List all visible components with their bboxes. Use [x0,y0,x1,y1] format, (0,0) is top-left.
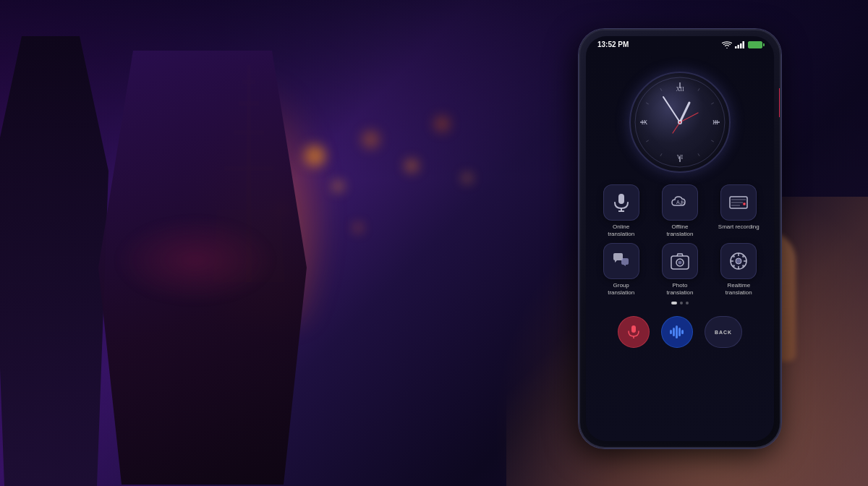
offline-translation-label: Offline translation [658,223,702,237]
svg-rect-56 [673,328,675,336]
bottom-navigation-bar: BACK [586,310,774,354]
svg-rect-0 [735,46,737,48]
wave-button[interactable] [661,316,693,348]
svg-point-51 [733,265,735,267]
cloud-translate-svg: Aあ [670,192,690,213]
back-button[interactable]: BACK [705,316,742,348]
film-svg [728,251,749,271]
pagination-dots [586,302,774,304]
app-smart-recording[interactable]: Smart recording [712,184,765,237]
app-group-translation[interactable]: Group translation [595,243,647,296]
svg-rect-3 [743,41,745,48]
svg-line-16 [711,140,713,142]
smart-recording-label: Smart recording [718,223,760,231]
svg-line-19 [660,153,662,155]
mic-button[interactable] [618,316,650,348]
svg-rect-55 [670,330,672,334]
wifi-icon [722,41,732,48]
svg-line-17 [698,153,699,155]
back-label: BACK [715,330,732,335]
svg-line-23 [660,88,662,90]
camera-svg [670,251,690,271]
photo-translation-icon[interactable] [662,243,698,279]
group-translation-icon[interactable] [603,243,639,279]
svg-rect-30 [618,194,624,204]
power-button[interactable] [779,88,781,117]
svg-text:XII: XII [676,86,684,93]
phone-container: 13:52 PM [579,29,781,448]
mic-icon [626,325,641,339]
svg-text:III: III [712,119,718,126]
phone-screen: 13:52 PM [586,36,774,441]
status-icons [722,41,762,48]
dot-2 [680,302,683,304]
wave-icon [669,325,685,339]
app-grid: Online translation Aあ Offline translatio… [586,184,774,296]
realtime-translation-icon[interactable] [720,243,757,279]
svg-rect-2 [740,43,742,48]
app-offline-translation[interactable]: Aあ Offline translation [653,184,706,237]
smart-recording-icon[interactable] [720,184,757,221]
online-translation-icon[interactable] [603,184,639,221]
status-bar: 13:52 PM [586,36,774,51]
svg-rect-58 [678,328,681,336]
svg-point-29 [679,122,681,124]
realtime-translation-label: Realtime translation [717,282,760,296]
group-svg [611,251,631,271]
photo-translation-label: Photo translation [658,282,702,296]
svg-line-22 [646,103,648,104]
phone-body: 13:52 PM [579,29,781,448]
signal-icon [735,41,745,48]
svg-line-13 [698,88,699,90]
battery-icon [748,41,762,48]
svg-point-42 [678,261,681,265]
dot-3 [686,302,689,304]
svg-point-39 [744,203,745,205]
dot-1 [671,302,677,304]
app-online-translation[interactable]: Online translation [595,184,647,237]
svg-rect-59 [681,330,684,334]
svg-point-52 [742,265,744,267]
svg-text:IX: IX [642,119,648,126]
svg-line-14 [711,103,713,104]
recording-svg [728,192,749,213]
online-translation-label: Online translation [600,223,643,237]
svg-rect-53 [631,325,636,333]
svg-rect-57 [676,325,678,338]
svg-text:Aあ: Aあ [676,200,685,205]
clock-widget: XII III VI IX [629,72,731,173]
svg-point-49 [733,255,735,257]
clock-svg: XII III VI IX [633,75,727,169]
svg-line-25 [663,97,680,122]
offline-translation-icon[interactable]: Aあ [662,184,698,221]
group-translation-label: Group translation [600,282,643,296]
svg-line-20 [646,140,648,142]
microphone-svg [611,192,631,213]
svg-point-44 [736,258,741,264]
status-time: 13:52 PM [597,40,629,48]
app-realtime-translation[interactable]: Realtime translation [712,243,765,296]
clock-face: XII III VI IX [629,72,731,173]
notch [651,51,709,66]
svg-rect-1 [738,45,740,48]
svg-point-50 [742,255,744,257]
app-photo-translation[interactable]: Photo translation [653,243,706,296]
